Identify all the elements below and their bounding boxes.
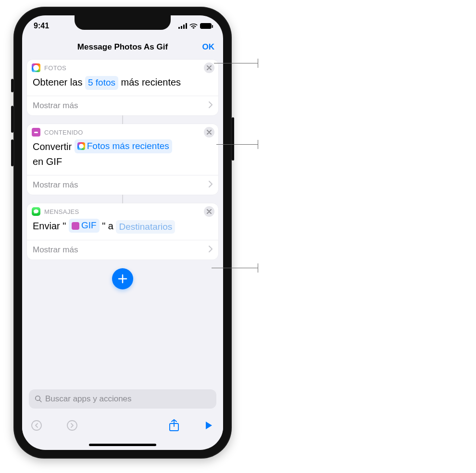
- action-category: CONTENIDO: [44, 129, 83, 136]
- battery-icon: [200, 23, 212, 29]
- action-text: más recientes: [121, 77, 181, 87]
- variable-recent-photos[interactable]: Fotos más recientes: [75, 139, 172, 153]
- photos-app-icon: [32, 63, 40, 72]
- photos-variable-icon: [77, 142, 85, 150]
- action-text: en GIF: [33, 156, 62, 167]
- annotation-line: [214, 63, 258, 63]
- play-icon: [205, 421, 213, 430]
- run-button[interactable]: [202, 419, 215, 432]
- variable-gif[interactable]: GIF: [69, 219, 100, 233]
- cellular-signal-icon: [178, 23, 187, 29]
- show-more-row[interactable]: Mostrar más: [27, 96, 218, 115]
- plus-icon: [118, 274, 127, 284]
- svg-point-1: [67, 421, 77, 430]
- action-summary: Convertir Fotos más recientes en GIF: [27, 137, 218, 175]
- redo-icon: [66, 420, 78, 431]
- action-card-photos[interactable]: FOTOS Obtener las 5 fotos más recientes …: [27, 60, 218, 115]
- volume-down-button: [11, 139, 13, 166]
- side-button: [232, 117, 234, 161]
- chevron-right-icon: [209, 101, 213, 111]
- add-action-button[interactable]: [112, 268, 133, 289]
- delete-action-button[interactable]: [204, 206, 214, 217]
- undo-button[interactable]: [30, 419, 43, 432]
- delete-action-button[interactable]: [204, 62, 214, 73]
- share-button[interactable]: [167, 419, 181, 432]
- annotation-line: [216, 144, 258, 145]
- action-category: FOTOS: [44, 64, 66, 72]
- action-connector: [122, 115, 123, 124]
- show-more-row[interactable]: Mostrar más: [27, 240, 218, 260]
- action-text: Enviar ": [33, 221, 69, 232]
- chevron-right-icon: [209, 180, 213, 190]
- close-icon: [207, 209, 212, 214]
- search-field[interactable]: Buscar apps y acciones: [29, 389, 216, 409]
- action-card-content[interactable]: CONTENIDO Convertir Fotos más recientes …: [27, 124, 218, 195]
- search-placeholder: Buscar apps y acciones: [45, 394, 132, 404]
- delete-action-button[interactable]: [204, 127, 214, 137]
- navigation-bar: Message Photos As Gif OK: [22, 37, 223, 58]
- notch: [75, 15, 171, 30]
- action-summary: Obtener las 5 fotos más recientes: [27, 73, 218, 96]
- show-more-row[interactable]: Mostrar más: [27, 175, 218, 195]
- chevron-right-icon: [209, 245, 213, 255]
- toolbar: [22, 413, 223, 437]
- show-more-label: Mostrar más: [33, 245, 78, 255]
- action-text: Obtener las: [33, 77, 85, 87]
- messages-app-icon: [32, 207, 40, 216]
- redo-button[interactable]: [65, 419, 79, 432]
- share-icon: [169, 419, 179, 432]
- actions-list: FOTOS Obtener las 5 fotos más recientes …: [22, 58, 223, 289]
- recipients-parameter[interactable]: Destinatarios: [116, 220, 175, 234]
- action-text: " a: [102, 221, 116, 232]
- volume-up-button: [11, 106, 13, 133]
- shortcut-title: Message Photos As Gif: [77, 42, 168, 52]
- content-variable-icon: [72, 222, 79, 230]
- status-time: 9:41: [34, 22, 49, 30]
- close-icon: [207, 130, 212, 135]
- action-card-messages[interactable]: MENSAJES Enviar " GIF " a Destinatarios: [27, 203, 218, 259]
- wifi-icon: [189, 23, 198, 29]
- screen: 9:41 Message Photos As Gif OK: [22, 15, 223, 450]
- action-summary: Enviar " GIF " a Destinatarios: [27, 217, 218, 239]
- action-category: MENSAJES: [44, 208, 79, 215]
- mute-switch: [11, 79, 13, 92]
- home-indicator: [89, 444, 156, 446]
- close-icon: [207, 65, 212, 70]
- undo-icon: [31, 420, 42, 431]
- annotation-line: [212, 268, 258, 268]
- action-connector: [122, 195, 123, 203]
- show-more-label: Mostrar más: [33, 180, 78, 190]
- search-icon: [35, 395, 42, 403]
- phone-frame: 9:41 Message Photos As Gif OK: [13, 7, 232, 459]
- action-text: Convertir: [33, 141, 75, 152]
- svg-point-0: [32, 421, 41, 430]
- ok-button[interactable]: OK: [202, 42, 215, 52]
- content-app-icon: [32, 128, 40, 137]
- show-more-label: Mostrar más: [33, 101, 78, 111]
- photo-count-parameter[interactable]: 5 fotos: [85, 76, 118, 90]
